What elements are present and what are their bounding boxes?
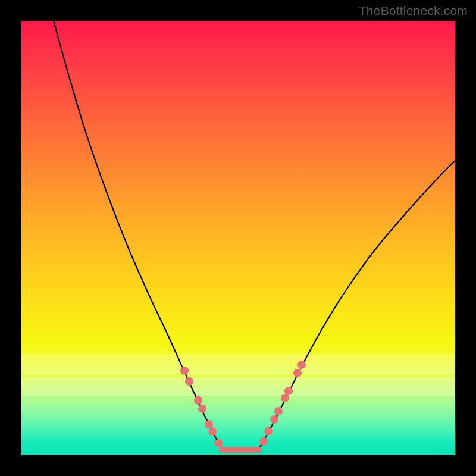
- data-dot: [259, 437, 268, 446]
- data-dot: [194, 396, 202, 405]
- data-dot: [281, 394, 289, 402]
- right-curve: [259, 161, 455, 449]
- data-dot: [293, 369, 302, 377]
- curves-svg: [21, 21, 455, 455]
- left-curve: [54, 21, 222, 449]
- data-dot: [198, 405, 206, 413]
- data-dot: [208, 427, 217, 436]
- watermark-text: TheBottleneck.com: [359, 4, 468, 18]
- chart-frame: TheBottleneck.com: [0, 0, 476, 476]
- data-dot: [185, 377, 193, 386]
- data-dot: [270, 415, 278, 424]
- data-dot: [274, 407, 283, 415]
- plot-area: [21, 21, 455, 455]
- data-dot: [205, 420, 213, 428]
- data-dot: [214, 439, 223, 447]
- data-dot: [180, 367, 189, 375]
- data-dot: [264, 427, 273, 436]
- data-dot: [298, 361, 306, 369]
- data-dot: [284, 387, 293, 395]
- dots-left-group: [180, 367, 223, 447]
- dots-right-group: [259, 361, 306, 446]
